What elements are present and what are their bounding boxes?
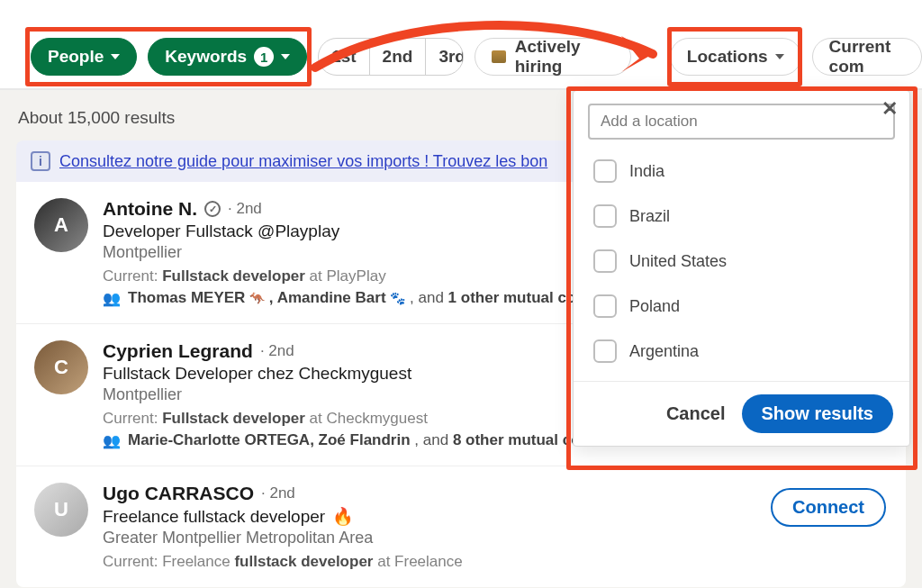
locations-filter-pill[interactable]: Locations — [670, 38, 801, 76]
location-option-label: Poland — [629, 297, 680, 316]
cancel-button[interactable]: Cancel — [666, 394, 726, 433]
checkbox-icon[interactable] — [593, 339, 617, 363]
connection-2nd[interactable]: 2nd — [369, 39, 426, 75]
people-filter-label: People — [48, 47, 104, 67]
location-option-label: India — [629, 162, 664, 181]
locations-actions: Cancel Show results — [574, 381, 909, 446]
avatar[interactable]: U — [34, 483, 88, 537]
avatar[interactable]: C — [34, 340, 88, 394]
actively-hiring-label: Actively hiring — [515, 37, 614, 77]
result-current: Current: Freelance fullstack developer a… — [103, 553, 888, 571]
filter-bar: People Keywords 1 1st 2nd 3rd+ Actively … — [0, 0, 922, 90]
result-degree: · 2nd — [260, 342, 294, 360]
keywords-count-badge: 1 — [254, 47, 274, 67]
connection-degree-group: 1st 2nd 3rd+ — [318, 38, 464, 76]
checkbox-icon[interactable] — [593, 159, 617, 183]
keywords-filter-pill[interactable]: Keywords 1 — [148, 38, 307, 76]
flame-icon: 🔥 — [332, 506, 354, 527]
info-icon: i — [31, 151, 50, 171]
result-name[interactable]: Cyprien Legrand — [103, 340, 253, 362]
location-option[interactable]: United States — [574, 239, 909, 284]
current-company-pill[interactable]: Current com — [812, 38, 922, 76]
location-option-label: Argentina — [629, 342, 699, 361]
checkbox-icon[interactable] — [593, 294, 617, 318]
result-row: U Ugo CARRASCO · 2nd Freelance fullstack… — [16, 466, 906, 587]
location-option[interactable]: Brazil — [574, 194, 909, 239]
chevron-down-icon — [281, 54, 290, 59]
people-icon: 👥 — [103, 290, 121, 307]
locations-filter-label: Locations — [687, 47, 768, 67]
checkbox-icon[interactable] — [593, 204, 617, 228]
current-company-label: Current com — [829, 37, 916, 77]
result-degree: · 2nd — [261, 484, 295, 502]
info-banner-link[interactable]: Consultez notre guide pour maximiser vos… — [59, 152, 547, 171]
chevron-down-icon — [775, 54, 784, 59]
show-results-button[interactable]: Show results — [742, 394, 893, 433]
keywords-filter-label: Keywords — [165, 47, 247, 67]
location-option-label: United States — [629, 252, 727, 271]
connect-button[interactable]: Connect — [771, 488, 886, 527]
result-name[interactable]: Ugo CARRASCO — [103, 483, 254, 504]
actively-hiring-pill[interactable]: Actively hiring — [475, 38, 631, 76]
avatar[interactable]: A — [34, 198, 88, 252]
checkbox-icon[interactable] — [593, 249, 617, 273]
verified-icon: ✓ — [204, 201, 221, 217]
result-degree: · 2nd — [228, 200, 262, 218]
connection-3rdplus[interactable]: 3rd+ — [425, 39, 464, 75]
location-option[interactable]: Argentina — [574, 329, 909, 374]
people-icon: 👥 — [103, 432, 121, 449]
location-option-label: Brazil — [629, 207, 670, 226]
briefcase-icon — [492, 50, 505, 63]
locations-dropdown: ✕ India Brazil United States Poland Arge… — [573, 90, 910, 447]
connection-1st[interactable]: 1st — [319, 39, 368, 75]
result-name[interactable]: Antoine N. — [103, 198, 197, 220]
close-icon[interactable]: ✕ — [877, 96, 902, 122]
result-location: Greater Montpellier Metropolitan Area — [103, 529, 888, 547]
location-option[interactable]: Poland — [574, 284, 909, 329]
location-search-input[interactable] — [588, 104, 895, 140]
people-filter-pill[interactable]: People — [31, 38, 137, 76]
location-option[interactable]: India — [574, 149, 909, 194]
chevron-down-icon — [111, 54, 120, 59]
